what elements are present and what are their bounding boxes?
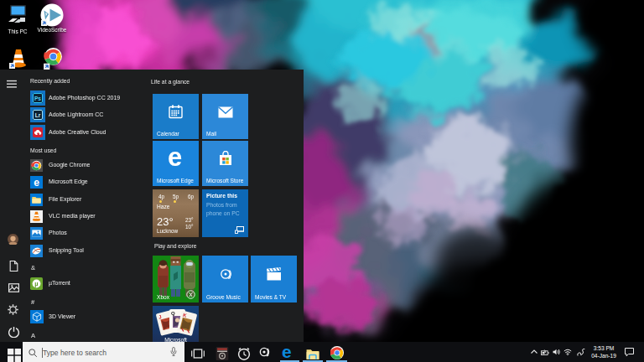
svg-text:Lr: Lr: [35, 112, 41, 118]
svg-text:µ: µ: [34, 280, 38, 287]
svg-text:Q: Q: [171, 311, 175, 316]
svg-text:e: e: [34, 177, 39, 189]
svg-text:Ps: Ps: [34, 96, 41, 101]
